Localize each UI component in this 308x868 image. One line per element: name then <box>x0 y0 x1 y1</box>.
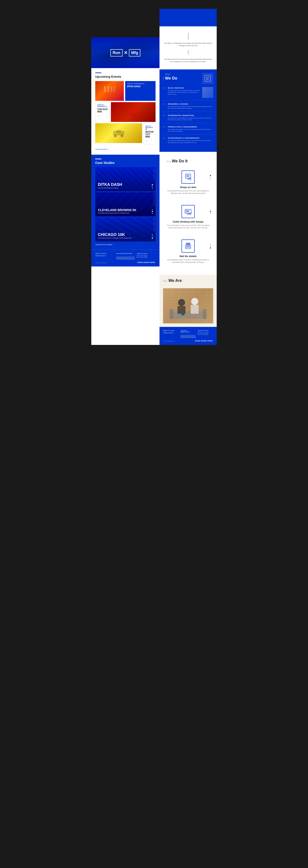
ditka-date: JUN 18 / CHICAGO IL <box>127 83 154 84</box>
chicago-mini-date: JUN 18 / CHICAGO IL <box>97 104 108 107</box>
svg-rect-9 <box>130 113 137 117</box>
shape-icon <box>181 170 195 184</box>
step-2-title: Guide thinking with design <box>173 220 204 223</box>
upcoming-events-title: Upcoming Events <box>95 75 156 79</box>
step-1-desc: Our starting brief is good story. From i… <box>167 190 209 194</box>
right-facebook-icon[interactable]: f <box>198 332 201 335</box>
linkedin-icon[interactable]: in <box>144 255 147 258</box>
right-footer-col-note: Send us a Note: info@runmfg.com <box>163 330 178 338</box>
svg-point-40 <box>186 247 187 248</box>
service-5-num: 05 <box>163 137 166 144</box>
motor-city-image <box>95 123 142 143</box>
svg-point-12 <box>120 135 123 137</box>
step-3-title: Nail the details <box>179 255 197 257</box>
right-footer-copyright: ©2017 Run Mfg, Inc. <box>163 341 175 342</box>
chicago-mini-card[interactable]: JUN 18 / CHICAGO IL CHICAGO MINI → <box>95 102 110 122</box>
footer-col-note: Send us a Note: info@runmfg.com <box>95 253 114 259</box>
right-twitter-icon[interactable]: t <box>202 332 204 335</box>
view-all-events-row: View All Events → <box>95 146 156 150</box>
step-3-desc: We thoughtfully weave every stitch, cons… <box>167 259 209 264</box>
right-newsletter-input[interactable] <box>180 335 196 338</box>
event-image-runners <box>95 81 124 101</box>
case-study-2-dots <box>152 209 153 214</box>
guide-icon <box>181 205 195 218</box>
case-studies-title: Case Studies <box>95 161 156 164</box>
motor-city-name: MOTOR CITY MINI <box>145 131 153 138</box>
service-5-name: SPONSORSHIP & PARTNERSHIPS <box>168 137 213 139</box>
svg-rect-28 <box>186 212 189 212</box>
case-study-ditka[interactable]: CASE STUDY 01 DITKA DASH Da race that th… <box>95 167 156 191</box>
service-2-name: BRANDING & DESIGN <box>168 103 213 105</box>
svg-point-48 <box>191 298 198 305</box>
svg-rect-25 <box>185 209 191 213</box>
svg-point-51 <box>181 314 185 315</box>
who-title: We Are <box>169 278 182 283</box>
footer-social-label: Keep in touch: <box>137 253 156 254</box>
step-2-desc: To be memorable, a story must be well to… <box>167 224 209 229</box>
chicago-mini-arrow[interactable]: → <box>97 114 108 117</box>
step-1-dots <box>210 175 211 180</box>
facebook-icon[interactable]: f <box>137 255 139 258</box>
case-study-3-subtitle: From start & finish in Chicago's iconic … <box>98 237 150 239</box>
service-production: 04 PRODUCTION & MANAGEMENT We manage eve… <box>163 126 213 135</box>
svg-rect-45 <box>203 309 207 319</box>
svg-rect-47 <box>177 306 186 314</box>
chicago-mini-image <box>111 102 156 122</box>
right-footer-columns: Send us a Note: info@runmfg.com Join our… <box>163 330 213 338</box>
right-footer-newsletter-label: Join our Newsletter: <box>180 330 196 333</box>
case-study-cleveland[interactable]: CASE STUDY 02 CLEVELAND BROWNS 5K Poundi… <box>95 192 156 216</box>
svg-point-8 <box>131 108 136 114</box>
chicago-mini-name: CHICAGO MINI <box>97 108 108 113</box>
service-1-content: RACE CREATION We create races that are d… <box>168 87 200 98</box>
svg-rect-2 <box>107 87 109 92</box>
svg-rect-27 <box>188 210 189 211</box>
motor-city-card[interactable]: JUL 4 / DETROIT MI MOTOR CITY MINI ← <box>143 123 156 144</box>
newsletter-input[interactable] <box>116 256 135 259</box>
svg-point-1 <box>104 86 106 88</box>
svg-text:START: START <box>186 243 190 244</box>
service-4-desc: We manage every aspect of our events, br… <box>168 128 213 132</box>
motor-city-date: JUL 4 / DETROIT MI <box>145 125 153 130</box>
footer-note-email: info@runmfg.com <box>95 255 114 256</box>
process-step-nail: START Nail the details We thoughtfully w… <box>167 240 209 264</box>
svg-point-39 <box>189 245 190 246</box>
right-about-section: Run Mfg is an independent race design an… <box>160 26 217 69</box>
twitter-icon[interactable]: t <box>141 255 143 258</box>
service-2-content: BRANDING & DESIGN We build each race as … <box>168 103 213 110</box>
dot <box>152 238 153 239</box>
service-1-name: RACE CREATION <box>168 87 200 89</box>
motor-city-arrow[interactable]: ← <box>145 139 153 142</box>
ditka-dash-card[interactable]: JUN 18 / CHICAGO IL DITKA DASH <box>125 81 156 101</box>
right-linkedin-icon[interactable]: in <box>205 332 208 335</box>
view-all-case-studies-link[interactable]: View All Case Studies → <box>95 244 156 246</box>
what-we-do-section: What We Do 01 <box>160 69 217 152</box>
service-race-creation: 01 RACE CREATION We create races that ar… <box>163 87 213 100</box>
service-sponsorship: 05 SPONSORSHIP & PARTNERSHIPS We partner… <box>163 137 213 146</box>
service-3-desc: We customize crowd engagement strategy, … <box>168 117 213 121</box>
process-step-shape: Shape an idea Our starting brief is good… <box>167 170 209 194</box>
case-study-1-subtitle: Da race that thinks it's a party. <box>98 187 150 189</box>
service-5-desc: We partner with likeminded companies, co… <box>168 140 213 144</box>
view-all-events-link[interactable]: View All Events → <box>95 148 110 150</box>
svg-point-5 <box>111 87 112 88</box>
service-experiential: 03 EXPERIENTIAL MARKETING We customize c… <box>163 115 213 123</box>
dot <box>152 188 153 189</box>
svg-rect-6 <box>114 87 115 92</box>
hero-section: Run ✕ Mfg <box>91 37 160 68</box>
svg-point-50 <box>178 314 182 315</box>
service-branding: 02 BRANDING & DESIGN We build each race … <box>163 103 213 112</box>
footer-col-newsletter: Join our Newsletter: <box>116 253 135 259</box>
right-footer-note-email: info@runmfg.com <box>163 332 178 334</box>
dot <box>152 213 153 214</box>
service-2-desc: We build each race as a brand of its own… <box>168 106 213 110</box>
footer-tagline: RUNS MADE HERE. <box>137 261 156 264</box>
service-2-num: 02 <box>163 103 166 110</box>
case-studies-rule <box>95 159 102 159</box>
footer-col-social: Keep in touch: f t in <box>137 253 156 259</box>
step-2-dots <box>210 209 211 214</box>
event-row-2: JUN 18 / CHICAGO IL CHICAGO MINI → <box>95 102 156 122</box>
team-photo <box>163 288 213 323</box>
svg-rect-43 <box>170 311 206 319</box>
case-study-chicago[interactable]: CASE STUDY 03 CHICAGO 10K From start & f… <box>95 217 156 242</box>
svg-rect-4 <box>111 88 112 92</box>
